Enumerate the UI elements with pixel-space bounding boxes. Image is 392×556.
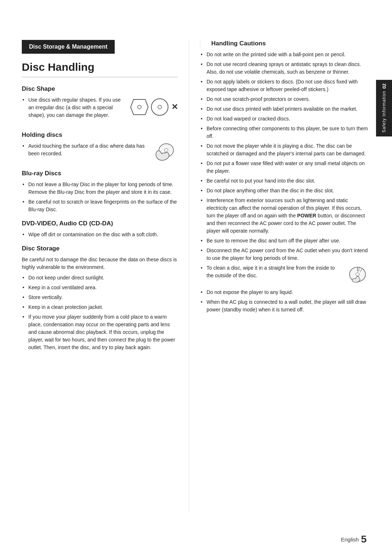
x-mark-icon: ✕ [171, 102, 178, 112]
clean-disc-text: To clean a disc, wipe it in a straight l… [207, 264, 341, 279]
hc-item-6: Do not load warped or cracked discs. [200, 115, 370, 123]
power-bold: POWER [297, 213, 317, 218]
footer-text: English [341, 536, 359, 543]
disc-storage-item-3: Store vertically. [22, 294, 178, 301]
hc-item-5: Do not use discs printed with label prin… [200, 105, 370, 113]
disc-shape-heading: Disc Shape [22, 85, 178, 93]
holding-discs-text: Avoid touching the surface of a disc whe… [28, 143, 144, 156]
blu-ray-item-1: Do not leave a Blu-ray Disc in the playe… [22, 181, 178, 196]
hc-item-3: Do not apply labels or stickers to discs… [200, 78, 370, 93]
disc-shape-text: Use discs with regular shapes. If you us… [28, 97, 121, 118]
clean-disc-icon [345, 264, 370, 286]
hc-item-2: Do not use record cleaning sprays or ant… [200, 61, 370, 76]
hc-item-8: Do not move the player while it is playi… [200, 142, 370, 158]
right-column: Handling Cautions Do not write on the pr… [189, 40, 370, 512]
blu-ray-list: Do not leave a Blu-ray Disc in the playe… [22, 181, 178, 213]
dvd-item-1: Wipe off dirt or contamination on the di… [22, 231, 178, 238]
side-tab: 02 Safety Information [376, 80, 392, 136]
hc-item-12: Interference from exterior sources such … [200, 197, 370, 235]
blu-ray-heading: Blu-ray Discs [22, 170, 178, 177]
left-column: Disc Storage & Management Disc Handling … [22, 40, 189, 512]
hc-item-1: Do not write on the printed side with a … [200, 51, 370, 58]
handling-cautions-list: Do not write on the printed side with a … [200, 51, 370, 314]
hc-item-9: Do not put a flower vase filled with wat… [200, 160, 370, 175]
disc-storage-item-2: Keep in a cool ventilated area. [22, 284, 178, 291]
svg-point-7 [356, 273, 359, 276]
hc-item-10: Be careful not to put your hand into the… [200, 177, 370, 185]
disc-storage-item-5: If you move your player suddenly from a … [22, 313, 178, 351]
hc-item-13: Be sure to remove the disc and turn off … [200, 237, 370, 245]
hc-item-15: To clean a disc, wipe it in a straight l… [200, 264, 370, 286]
hc-item-4: Do not use scratch-proof protectors or c… [200, 95, 370, 103]
disc-storage-item-1: Do not keep under direct sunlight. [22, 274, 178, 282]
side-tab-number: 02 [381, 83, 387, 89]
page-number: 5 [361, 533, 367, 545]
disc-shape-item: Use discs with regular shapes. If you us… [22, 96, 126, 119]
irregular-disc-icon [130, 98, 149, 116]
clean-disc-row: To clean a disc, wipe it in a straight l… [207, 264, 370, 286]
disc-storage-heading: Disc Storage [22, 245, 178, 252]
hand-disc-svg [152, 142, 178, 162]
holding-discs-list: Avoid touching the surface of a disc whe… [22, 142, 149, 160]
handling-cautions-heading: Handling Cautions [200, 40, 370, 47]
holding-discs-item: Avoid touching the surface of a disc whe… [22, 142, 149, 158]
side-tab-label: Safety Information [381, 91, 387, 132]
dvd-heading: DVD-VIDEO, Audio CD (CD-DA) [22, 220, 178, 227]
disc-storage-intro: Be careful not to damage the disc becaus… [22, 256, 178, 271]
regular-disc-icon [150, 98, 169, 116]
hc-item-11: Do not place anything other than the dis… [200, 187, 370, 195]
hc-item-7: Before connecting other components to th… [200, 125, 370, 140]
disc-storage-item-4: Keep in a clean protection jacket. [22, 303, 178, 311]
svg-point-5 [164, 149, 168, 152]
storage-banner: Disc Storage & Management [22, 40, 115, 54]
disc-shape-list: Use discs with regular shapes. If you us… [22, 96, 126, 121]
holding-discs-heading: Holding discs [22, 131, 178, 139]
dvd-list: Wipe off dirt or contamination on the di… [22, 231, 178, 238]
holding-disc-icon [152, 142, 178, 163]
wipe-disc-svg [345, 264, 370, 284]
page-footer: English 5 [341, 533, 367, 545]
disc-shape-icons: ✕ [130, 98, 178, 116]
hc-item-14: Disconnect the AC power cord from the AC… [200, 247, 370, 262]
hc-item-16: Do not expose the player to any liquid. [200, 289, 370, 296]
disc-shape-section: Use discs with regular shapes. If you us… [22, 96, 178, 125]
content-area: Disc Storage & Management Disc Handling … [0, 22, 392, 534]
holding-discs-section: Avoid touching the surface of a disc whe… [22, 142, 178, 163]
blu-ray-item-2: Be careful not to scratch or leave finge… [22, 198, 178, 213]
svg-point-3 [158, 105, 162, 109]
main-title: Disc Handling [22, 61, 178, 77]
svg-point-1 [138, 105, 141, 109]
page-container: 02 Safety Information Disc Storage & Man… [0, 0, 392, 556]
hc-item-17: When the AC plug is connected to a wall … [200, 298, 370, 314]
disc-storage-list: Do not keep under direct sunlight. Keep … [22, 274, 178, 351]
